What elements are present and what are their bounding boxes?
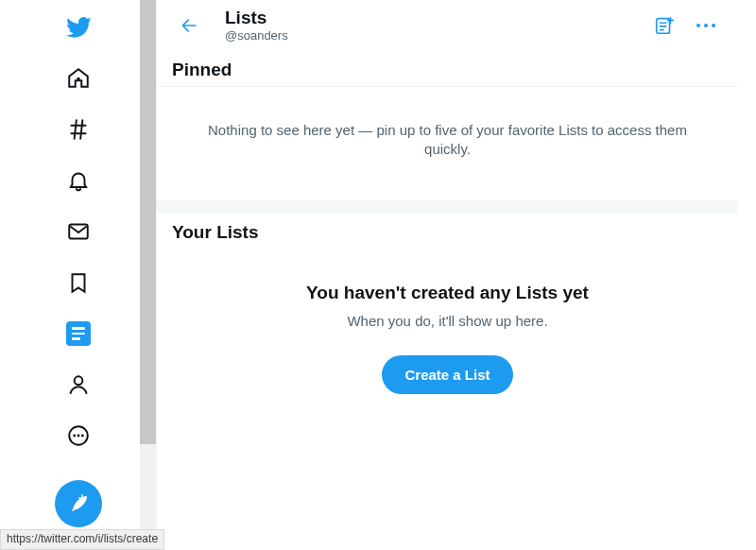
new-list-button[interactable] [647, 9, 681, 43]
section-divider [157, 201, 738, 213]
browser-status-bar: https://twitter.com/i/lists/create [0, 529, 164, 550]
page-subtitle: @soanders [225, 28, 647, 43]
twitter-logo[interactable] [55, 4, 102, 51]
nav-scrollbar[interactable] [140, 0, 156, 550]
bookmark-icon [66, 270, 91, 295]
left-nav [0, 0, 156, 550]
compose-feather-icon [67, 492, 90, 515]
page-header: Lists @soanders [157, 0, 738, 50]
back-button[interactable] [172, 9, 206, 43]
svg-point-0 [77, 77, 79, 80]
ellipsis-icon [696, 24, 715, 27]
nav-notifications[interactable] [55, 157, 102, 204]
nav-more[interactable] [55, 412, 102, 459]
svg-point-5 [77, 435, 79, 438]
nav-bookmarks[interactable] [55, 259, 102, 306]
svg-point-6 [80, 435, 83, 438]
nav-explore[interactable] [55, 106, 102, 153]
svg-point-4 [73, 435, 76, 438]
nav-home[interactable] [55, 55, 102, 102]
your-lists-heading: Your Lists [157, 213, 738, 249]
home-icon [66, 66, 91, 91]
your-lists-empty: You haven't created any Lists yet When y… [157, 249, 738, 428]
pinned-heading: Pinned [157, 50, 738, 87]
empty-lists-title: You haven't created any Lists yet [187, 283, 708, 303]
more-circle-icon [66, 423, 91, 448]
nav-profile[interactable] [55, 361, 102, 408]
bell-icon [66, 168, 91, 193]
nav-messages[interactable] [55, 208, 102, 255]
nav-scrollbar-thumb[interactable] [140, 0, 156, 444]
nav-lists[interactable] [66, 321, 91, 346]
envelope-icon [66, 219, 91, 244]
hash-icon [66, 117, 91, 142]
main-column: Lists @soanders Pinned Nothing to see he… [156, 0, 738, 550]
compose-tweet-button[interactable] [55, 480, 102, 527]
profile-icon [66, 372, 91, 397]
twitter-bird-icon [65, 14, 92, 41]
create-list-button[interactable]: Create a List [382, 355, 512, 394]
new-list-icon [654, 15, 675, 36]
empty-lists-subtitle: When you do, it'll show up here. [187, 313, 708, 329]
arrow-left-icon [180, 16, 198, 35]
pinned-empty-text: Nothing to see here yet — pin up to five… [157, 87, 738, 201]
lists-icon [72, 327, 85, 340]
svg-point-2 [74, 376, 82, 385]
more-options-button[interactable] [689, 9, 723, 43]
page-title: Lists [225, 8, 647, 28]
